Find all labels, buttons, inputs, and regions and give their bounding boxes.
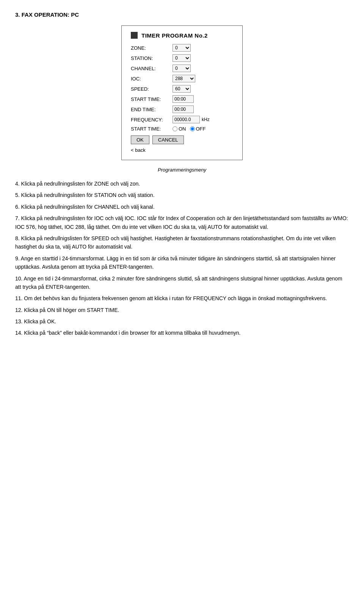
dialog-title: TIMER PROGRAM No.2 xyxy=(141,32,208,39)
speed-row: SPEED: 60120AUTO xyxy=(131,85,233,93)
radio-off[interactable] xyxy=(190,126,195,131)
zone-row: ZONE: 012 xyxy=(131,44,233,52)
radio-on-label[interactable]: ON xyxy=(173,126,186,132)
end-time-row: END TIME: xyxy=(131,106,233,113)
back-link[interactable]: < back xyxy=(131,147,233,153)
channel-label: CHANNEL: xyxy=(131,66,173,71)
zone-label: ZONE: xyxy=(131,45,173,51)
end-time-control xyxy=(173,106,194,113)
end-time-input[interactable] xyxy=(173,106,194,113)
start-time-radio-group: ON OFF xyxy=(173,126,206,132)
body-item-11: 14. Klicka på “back” eller bakåt-kommand… xyxy=(15,329,349,337)
dialog-caption: Programmeringsmeny xyxy=(15,167,349,173)
ioc-select[interactable]: 288576AUTO xyxy=(173,75,195,82)
body-item-7: 10. Ange en tid i 24-timmarsformat, cirk… xyxy=(15,274,349,291)
ioc-label: IOC: xyxy=(131,76,173,82)
station-select[interactable]: 01 xyxy=(173,54,191,62)
end-time-label: END TIME: xyxy=(131,107,173,112)
body-item-9: 12. Klicka på ON till höger om START TIM… xyxy=(15,306,349,314)
body-item-4: 7. Klicka på nedrullningslisten för IOC … xyxy=(15,214,349,231)
channel-select[interactable]: 01 xyxy=(173,65,191,72)
station-row: STATION: 01 xyxy=(131,54,233,62)
start-time-label: START TIME: xyxy=(131,96,173,102)
start-time-radio-label: START TIME: xyxy=(131,126,173,132)
station-label: STATION: xyxy=(131,55,173,61)
start-time-control xyxy=(173,95,194,103)
ioc-control: 288576AUTO xyxy=(173,75,195,82)
zone-select[interactable]: 012 xyxy=(173,44,191,52)
station-control: 01 xyxy=(173,54,191,62)
page-header: 3. FAX OPERATION: PC xyxy=(15,11,349,18)
body-item-10: 13. Klicka på OK. xyxy=(15,317,349,326)
frequency-input[interactable] xyxy=(173,116,200,123)
button-row: OK CANCEL xyxy=(131,135,233,144)
speed-select[interactable]: 60120AUTO xyxy=(173,85,191,93)
frequency-row: FREQUENCY: kHz xyxy=(131,116,233,123)
body-text: 4. Klicka på nedrullningslisten för ZONE… xyxy=(15,180,349,337)
dialog-title-icon xyxy=(131,32,138,39)
body-item-2: 5. Klicka på nedrullningslisten för STAT… xyxy=(15,191,349,199)
start-time-radio-row: START TIME: ON OFF xyxy=(131,126,233,132)
channel-control: 01 xyxy=(173,65,191,72)
start-time-input[interactable] xyxy=(173,95,194,103)
cancel-button[interactable]: CANCEL xyxy=(152,135,184,144)
body-item-8: 11. Om det behövs kan du finjustera frek… xyxy=(15,294,349,302)
ok-button[interactable]: OK xyxy=(131,135,149,144)
body-item-6: 9. Ange en starttid i 24-timmarsformat. … xyxy=(15,254,349,271)
radio-off-label[interactable]: OFF xyxy=(190,126,206,132)
speed-control: 60120AUTO xyxy=(173,85,191,93)
body-item-3: 6. Klicka på nedrullningslisten för CHAN… xyxy=(15,203,349,211)
khz-unit-label: kHz xyxy=(202,117,210,122)
dialog-wrapper: TIMER PROGRAM No.2 ZONE: 012 STATION: 01… xyxy=(15,25,349,160)
dialog-title-row: TIMER PROGRAM No.2 xyxy=(131,32,233,39)
frequency-label: FREQUENCY: xyxy=(131,117,173,123)
zone-control: 012 xyxy=(173,44,191,52)
ioc-row: IOC: 288576AUTO xyxy=(131,75,233,82)
body-item-1: 4. Klicka på nedrullningslisten för ZONE… xyxy=(15,180,349,188)
body-item-5: 8. Klicka på nedrullnigslisten för SPEED… xyxy=(15,234,349,251)
timer-program-dialog: TIMER PROGRAM No.2 ZONE: 012 STATION: 01… xyxy=(121,25,243,160)
channel-row: CHANNEL: 01 xyxy=(131,65,233,72)
start-time-row: START TIME: xyxy=(131,95,233,103)
speed-label: SPEED: xyxy=(131,86,173,92)
frequency-control: kHz xyxy=(173,116,210,123)
header-title: 3. FAX OPERATION: PC xyxy=(15,11,349,18)
radio-on[interactable] xyxy=(173,126,177,131)
